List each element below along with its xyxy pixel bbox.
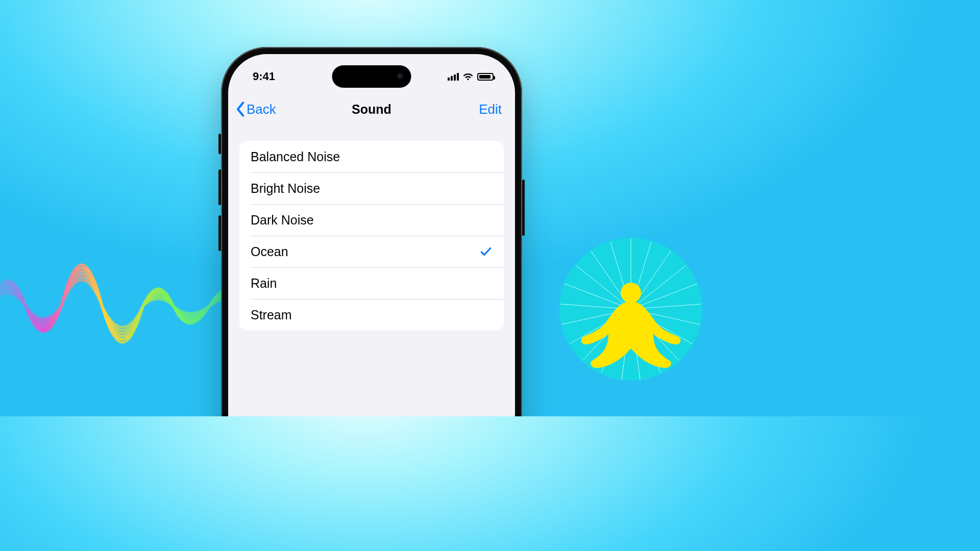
svg-line-15 [570,309,631,344]
sound-option-label: Bright Noise [251,181,320,196]
checkmark-icon [479,245,493,258]
sound-option-label: Balanced Noise [251,149,340,164]
svg-line-5 [631,284,697,309]
svg-line-10 [631,309,660,372]
back-button[interactable]: Back [235,102,276,117]
svg-line-13 [601,309,631,372]
sound-option-label: Stream [251,308,292,322]
sound-wave-decoration-icon [0,219,255,383]
battery-icon [477,73,494,81]
chevron-left-icon [235,102,246,117]
svg-line-20 [591,251,631,309]
svg-line-16 [561,309,631,324]
sound-option-label: Rain [251,276,277,291]
phone-frame: 9:41 Back Sound Edit Balanced NoiseBrigh… [221,47,522,416]
sound-option[interactable]: Rain [239,267,504,299]
sound-option-label: Ocean [251,244,288,259]
sound-option[interactable]: Bright Noise [239,172,504,204]
svg-line-4 [631,265,686,309]
back-label: Back [247,102,276,117]
svg-point-22 [620,307,642,330]
sound-option[interactable]: Ocean [239,236,504,267]
svg-line-19 [576,265,631,309]
status-bar: 9:41 [228,65,515,88]
svg-line-21 [610,242,631,309]
sound-option[interactable]: Stream [239,299,504,331]
svg-line-8 [631,309,692,344]
svg-line-12 [622,309,631,380]
svg-line-9 [631,309,679,360]
sound-option[interactable]: Balanced Noise [239,141,504,172]
sound-list: Balanced NoiseBright NoiseDark NoiseOcea… [239,141,504,331]
svg-line-6 [631,304,701,309]
phone-screen: 9:41 Back Sound Edit Balanced NoiseBrigh… [228,54,515,416]
sound-option-label: Dark Noise [251,213,314,228]
status-time: 9:41 [253,70,275,83]
svg-line-11 [631,309,640,380]
svg-line-18 [565,284,631,309]
svg-line-7 [631,309,700,324]
navigation-bar: Back Sound Edit [228,95,515,123]
meditation-decoration-icon [549,233,713,396]
svg-point-23 [621,283,641,303]
sound-option[interactable]: Dark Noise [239,204,504,236]
edit-button[interactable]: Edit [479,102,502,117]
svg-line-3 [631,251,671,309]
wifi-icon [462,72,474,81]
svg-point-0 [559,238,702,381]
svg-line-17 [560,304,631,309]
svg-line-14 [583,309,631,360]
cellular-signal-icon [448,72,459,81]
svg-line-2 [631,242,651,309]
